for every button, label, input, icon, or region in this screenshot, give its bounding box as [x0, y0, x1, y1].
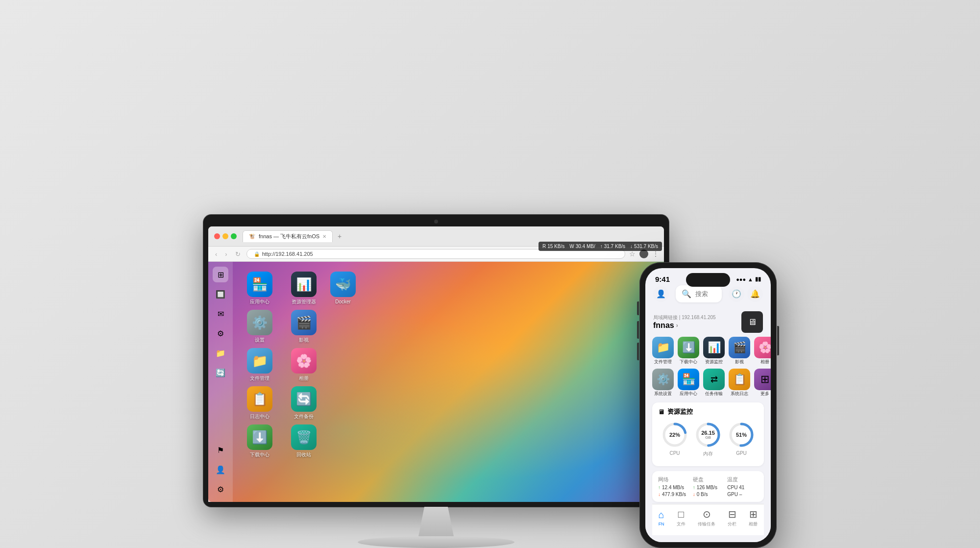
phone-device-name[interactable]: fnnas › — [653, 321, 716, 330]
desktop-icon-trash[interactable]: 🗑️ 回收站 — [287, 424, 321, 458]
phone-transfer-label: 任务传输 — [705, 392, 723, 397]
phone-bottom-nav: ⌂ FN □ 文件 ⊙ 传输任务 ⊟ 分栏 — [652, 504, 764, 535]
new-tab-button[interactable]: + — [335, 231, 344, 241]
download-icon: ⬇️ — [247, 424, 272, 450]
signal-icon: ●●● — [736, 276, 746, 282]
desktop-icon-logs[interactable]: 📋 日志中心 — [243, 386, 277, 420]
phone-app-download[interactable]: ⬇️ 下载中心 — [678, 337, 699, 365]
phone-app-movies[interactable]: 🎬 影视 — [729, 337, 750, 365]
files-icon: 📁 — [247, 348, 272, 374]
resource-manager-label: 资源管理器 — [292, 299, 316, 305]
phone: 9:41 ●●● ▲ ▮▮ 👤 🔍 — [639, 262, 777, 548]
movies-icon: 🎬 — [291, 310, 317, 335]
phone-vol-up-button[interactable] — [637, 321, 639, 339]
phone-outer: 9:41 ●●● ▲ ▮▮ 👤 🔍 — [639, 262, 777, 548]
url-text: http://192.168.41.205 — [262, 251, 313, 257]
device-monitor-icon: 🖥 — [748, 317, 757, 327]
phone-nav-files[interactable]: □ 文件 — [677, 509, 686, 527]
desktop-icon-resource-manager[interactable]: 📊 资源管理器 — [287, 272, 321, 305]
desktop-row-4: 📋 日志中心 🔄 文件备份 — [243, 386, 321, 420]
store-label: 应用中心 — [250, 299, 270, 305]
phone-files-label: 文件管理 — [654, 360, 672, 365]
phone-bell-button[interactable]: 🔔 — [747, 286, 763, 302]
photos-icon: 🌸 — [291, 348, 317, 374]
phone-search-input[interactable] — [695, 290, 716, 298]
active-tab[interactable]: 🐮 fnnas — 飞牛私有云fnOS ✕ — [243, 230, 333, 242]
tab-close-button[interactable]: ✕ — [322, 234, 326, 239]
files-nav-icon: □ — [678, 509, 684, 520]
cpu-value: 22% — [661, 421, 688, 448]
cpu-label: CPU — [669, 450, 680, 456]
phone-nav-split[interactable]: ⊟ 分栏 — [728, 508, 736, 527]
resource-section-title: 🖥 资源监控 — [658, 407, 758, 416]
phone-app-transfer[interactable]: ⇄ 任务传输 — [703, 369, 725, 397]
sidebar-icon-grid[interactable]: 🔲 — [213, 286, 228, 302]
gpu-temp-value: GPU – — [727, 492, 758, 497]
forward-button[interactable]: › — [223, 250, 229, 258]
settings-icon: ⚙️ — [247, 310, 272, 335]
phone-app-resource[interactable]: 📊 资源监控 — [703, 337, 725, 365]
monitor-bezel: 🐮 fnnas — 飞牛私有云fnOS ✕ + ‹ › ↻ 🔒 http://1… — [203, 215, 669, 507]
wifi-icon: ▲ — [748, 276, 753, 282]
minimize-button[interactable] — [222, 233, 228, 239]
desktop-icon-docker[interactable]: 🐳 Docker — [326, 272, 360, 305]
up-arrow-icon: ↑ — [658, 485, 661, 490]
docker-label: Docker — [335, 299, 351, 305]
menu-icon[interactable]: ⋮ — [652, 250, 659, 258]
camera-dot — [434, 220, 438, 224]
sidebar-icon-mail[interactable]: ✉ — [213, 306, 228, 322]
bookmark-icon[interactable]: ☆ — [629, 250, 636, 258]
phone-nav-home[interactable]: ⌂ FN — [659, 509, 664, 526]
phone-profile-button[interactable]: 👤 — [653, 286, 669, 302]
phone-search-bar[interactable]: 🔍 — [676, 285, 722, 302]
phone-app-sysset[interactable]: ⚙️ 系统设置 — [652, 369, 674, 397]
sidebar-icon-system[interactable]: ⚙ — [213, 481, 228, 497]
tab-favicon: 🐮 — [249, 233, 256, 240]
phone-app-photos[interactable]: 🌸 相册 — [754, 337, 771, 365]
logs-icon: 📋 — [247, 386, 272, 412]
phone-app-files[interactable]: 📁 文件管理 — [652, 337, 674, 365]
phone-nav-transfer[interactable]: ⊙ 传输任务 — [698, 508, 715, 527]
sidebar-icon-user[interactable]: 👤 — [213, 462, 228, 477]
desktop-icon-store[interactable]: 🏪 应用中心 — [243, 272, 277, 305]
desktop-icon-download[interactable]: ⬇️ 下载中心 — [243, 424, 277, 458]
desktop-row-6: 🐳 Docker — [326, 272, 360, 305]
phone-app-store[interactable]: 🏪 应用中心 — [678, 369, 699, 397]
resource-monitor-icon: 🖥 — [658, 408, 664, 416]
phone-power-button[interactable] — [777, 326, 779, 355]
phone-network-address: 局域网链接 | 192.168.41.205 — [653, 314, 716, 321]
sidebar-icon-settings[interactable]: ⚙ — [213, 325, 228, 341]
desktop-icon-settings[interactable]: ⚙️ 设置 — [243, 310, 277, 343]
sidebar-icon-sync[interactable]: 🔄 — [213, 365, 228, 380]
phone-clock-button[interactable]: 🕐 — [729, 286, 744, 302]
phone-nav-album[interactable]: ⊞ 相册 — [749, 508, 758, 527]
sidebar-icon-files[interactable]: 📁 — [213, 345, 228, 361]
phone-sysset-label: 系统设置 — [654, 392, 672, 397]
maximize-button[interactable] — [231, 233, 237, 239]
desktop-icon-backup[interactable]: 🔄 文件备份 — [287, 386, 321, 420]
disk-stat: 硬盘 ↑ 126 MB/s ↓ 0 B/s — [693, 476, 724, 497]
net-up-value: ↑ 12.4 MB/s — [658, 485, 689, 490]
phone-device-thumbnail[interactable]: 🖥 — [741, 311, 763, 333]
sidebar-icon-apps[interactable]: ⊞ — [213, 267, 228, 282]
phone-photos-icon: 🌸 — [754, 337, 771, 358]
phone-app-more[interactable]: ⊞ 更多 — [754, 369, 771, 397]
desktop-icons-area: 🏪 应用中心 📊 资源管理器 ⚙️ 设置 — [233, 262, 365, 502]
sidebar-icon-bell[interactable]: ⚑ — [213, 442, 228, 458]
net-r: R 15 KB/s — [542, 244, 564, 249]
back-button[interactable]: ‹ — [213, 250, 219, 258]
monitor-stand — [203, 507, 669, 548]
memory-label: 内存 — [703, 450, 713, 457]
desktop-icon-movies[interactable]: 🎬 影视 — [287, 310, 321, 343]
phone-vol-down-button[interactable] — [637, 343, 639, 360]
desktop-icon-photos[interactable]: 🌸 相册 — [287, 348, 321, 381]
desktop-row-3: 📁 文件管理 🌸 相册 — [243, 348, 321, 381]
desktop-icon-files[interactable]: 📁 文件管理 — [243, 348, 277, 381]
tab-bar: 🐮 fnnas — 飞牛私有云fnOS ✕ + — [243, 230, 658, 242]
net-down: ↓ 531.7 KB/s — [630, 244, 658, 249]
refresh-button[interactable]: ↻ — [233, 250, 243, 258]
monitor: 🐮 fnnas — 飞牛私有云fnOS ✕ + ‹ › ↻ 🔒 http://1… — [203, 215, 669, 548]
close-button[interactable] — [214, 233, 220, 239]
phone-silent-switch[interactable] — [637, 301, 639, 315]
phone-app-syslog[interactable]: 📋 系统日志 — [729, 369, 750, 397]
